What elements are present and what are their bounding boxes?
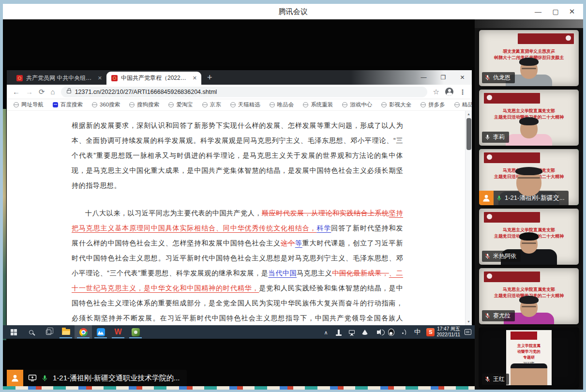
- clock-date: 2022/11/11: [436, 332, 460, 338]
- bookmark-item[interactable]: 网址导航: [14, 101, 44, 108]
- participant-tile[interactable]: 马克思主义学院直属党支部主题党日活动暨学习党的二十大精神1-21-潘祖刚-新疆交…: [479, 149, 579, 205]
- person-head: [520, 298, 538, 317]
- taskbar-wps-office-button[interactable]: [109, 325, 127, 339]
- tray-ime-icon[interactable]: 中: [413, 328, 421, 336]
- home-icon[interactable]: ⌂: [51, 88, 55, 95]
- browser-close-button[interactable]: ✕: [460, 74, 465, 81]
- bookmark-label: 系统重装: [311, 101, 333, 108]
- browser-menu-icon[interactable]: ⋮: [459, 88, 466, 96]
- participant-nameplate: 王红: [482, 374, 509, 385]
- browser-restore-button[interactable]: ❐: [441, 74, 446, 81]
- scrollbar-thumb[interactable]: [466, 118, 471, 150]
- wifi-glyph: [361, 330, 368, 335]
- tray-volume-icon[interactable]: [374, 328, 382, 336]
- shared-screen: 共产党员网 中共中央组织部 ✕ 中国共产党章程（2022年新旧对 ✕ + — ❐…: [3, 19, 475, 390]
- participant-tiles: 马克思主义学院直属党支部主题党日活动暨学习党的二十大精神仇龙恩马克思主义学院直属…: [475, 19, 583, 388]
- back-icon[interactable]: ←: [13, 88, 20, 95]
- forward-icon[interactable]: →: [26, 88, 33, 95]
- banner-line: 动暨学习党的: [506, 349, 552, 355]
- participant-tile[interactable]: 马克思主义学院直属党支部主题党日活动暨学习党的二十大精神专题李莉: [479, 90, 579, 146]
- mic-muted-icon: [484, 75, 491, 81]
- bookmark-item[interactable]: 影视大全: [381, 101, 411, 108]
- mic-muted-icon: [484, 376, 491, 382]
- taskbar-file-explorer-button[interactable]: [57, 325, 75, 339]
- tray-wifi-icon[interactable]: [361, 328, 369, 336]
- globe-icon: [381, 102, 387, 107]
- banner-header: [484, 93, 540, 104]
- participant-nameplate: 赛尤拉: [482, 310, 515, 321]
- bookmark-item[interactable]: 精品购物: [454, 101, 472, 108]
- participant-tile[interactable]: 马克思主义学院直属党支部主题党日活动暨学习党的二十大精神仇龙恩: [479, 30, 579, 86]
- browser-tabstrip: 共产党员网 中共中央组织部 ✕ 中国共产党章程（2022年新旧对 ✕ + — ❐…: [7, 70, 472, 85]
- bookmark-item[interactable]: 京东: [202, 101, 221, 108]
- paragraph: 根据新的发展要求，深刻认识和回答了新形势下实现什么样的发展、怎样发展等重大问题，…: [72, 118, 403, 193]
- bookmark-label: 搜狗搜索: [137, 101, 159, 108]
- bookmark-item[interactable]: 搜狗搜索: [129, 101, 159, 108]
- taskbar-start-button[interactable]: [5, 325, 22, 339]
- participant-tile[interactable]: 马克思主义学院直属党支部主题党日活动暨学习党的二十大精神赛尤拉: [479, 268, 579, 324]
- meeting-titlebar: 腾讯会议 — ▢ ✕: [3, 4, 583, 19]
- participant-nameplate: 米热阿依: [482, 251, 521, 262]
- scroll-down-arrow-icon[interactable]: [466, 318, 472, 325]
- tencent-meeting-window: 腾讯会议 — ▢ ✕ 共产党员网 中共中央组织部 ✕ 中国共产党章程（2022年…: [0, 0, 586, 392]
- reload-icon[interactable]: ⟳: [39, 88, 45, 95]
- browser-tab-1[interactable]: 共产党员网 中共中央组织部 ✕: [12, 72, 106, 85]
- globe-icon: [168, 102, 174, 107]
- taskbar-tencent-meeting-button[interactable]: [92, 325, 109, 339]
- new-tab-button[interactable]: +: [207, 73, 212, 83]
- scrollbar[interactable]: [465, 111, 472, 325]
- tab-close-icon[interactable]: ✕: [98, 75, 102, 81]
- body-text: 马克思主义: [297, 269, 332, 277]
- chrome-icon: [79, 328, 88, 336]
- bookmark-item[interactable]: 百度搜索: [53, 101, 83, 108]
- address-bar[interactable]: 12371.cn/2022/10/27/ARTI1666845926836204…: [61, 87, 427, 97]
- taskbar-chrome-button[interactable]: [75, 325, 92, 339]
- notification-center-icon[interactable]: [464, 328, 472, 336]
- bookmark-item[interactable]: 游戏中心: [342, 101, 372, 108]
- participant-tile[interactable]: 马克思主义学院直属党支部主题党日活动暨学习党的二十大精神米热阿依: [479, 209, 579, 265]
- bookmark-item[interactable]: 拼多多: [421, 101, 445, 108]
- tray-qq-icon[interactable]: [387, 328, 395, 336]
- bookmark-item[interactable]: 天猫精选: [230, 101, 260, 108]
- taskbar-search-button[interactable]: [22, 325, 40, 339]
- chevron-up-glyph: [324, 328, 328, 336]
- tray-voice-icon[interactable]: [400, 328, 408, 336]
- bookmark-item[interactable]: 360搜索: [92, 101, 120, 108]
- close-button[interactable]: ✕: [564, 4, 580, 19]
- minimize-button[interactable]: —: [530, 4, 546, 19]
- meeting-title: 腾讯会议: [279, 7, 308, 16]
- speaker-name: 1-21-潘祖刚-新疆交通职业技术学院的...: [53, 374, 180, 383]
- browser-minimize-button[interactable]: —: [421, 74, 427, 81]
- globe-icon: [342, 102, 347, 107]
- scroll-up-arrow-icon[interactable]: [466, 111, 472, 118]
- globe-icon: [421, 102, 426, 107]
- bookmark-item[interactable]: 系统重装: [303, 101, 333, 108]
- browser-tab-2-active[interactable]: 中国共产党章程（2022年新旧对 ✕: [106, 72, 201, 85]
- baidu-paw-icon: [53, 102, 58, 107]
- tray-sogou-icon[interactable]: S: [426, 328, 435, 336]
- meeting-content: 共产党员网 中共中央组织部 ✕ 中国共产党章程（2022年新旧对 ✕ + — ❐…: [3, 19, 583, 390]
- bookmark-star-icon[interactable]: ☆: [433, 88, 439, 96]
- profile-avatar-icon[interactable]: [445, 88, 453, 96]
- tab-label: 中国共产党章程（2022年新旧对: [121, 74, 188, 82]
- page-url: 12371.cn/2022/10/27/ARTI1666845926836204…: [75, 89, 217, 95]
- taskbar-game-center-button[interactable]: [127, 325, 144, 339]
- maximize-button[interactable]: ▢: [547, 4, 564, 19]
- bookmark-item[interactable]: 爱淘宝: [168, 101, 193, 108]
- tray-usb-icon[interactable]: [335, 328, 343, 336]
- taskbar-task-view-button[interactable]: [40, 325, 57, 339]
- banner-header: [518, 33, 573, 44]
- banner-line: 主义学院直属: [506, 343, 552, 349]
- participant-tile[interactable]: 主义学院直属动暨学习党的专题研2022年王红: [479, 328, 579, 388]
- tray-chevron-up-icon[interactable]: [322, 328, 330, 336]
- tray-network-icon[interactable]: [348, 328, 356, 336]
- bookmark-item[interactable]: 唯品会: [270, 101, 294, 108]
- browser-window-controls: — ❐ ✕: [414, 70, 472, 85]
- participant-name: 米热阿依: [493, 252, 516, 260]
- search-icon: [29, 330, 33, 334]
- usb-glyph: [338, 330, 340, 335]
- tab-close-icon[interactable]: ✕: [193, 75, 197, 81]
- inserted-text: 科学: [317, 224, 331, 232]
- taskbar-clock[interactable]: 17:47 周五 2022/11/11: [436, 326, 460, 338]
- windows-taskbar: 中S 17:47 周五 2022/11/11: [3, 325, 475, 339]
